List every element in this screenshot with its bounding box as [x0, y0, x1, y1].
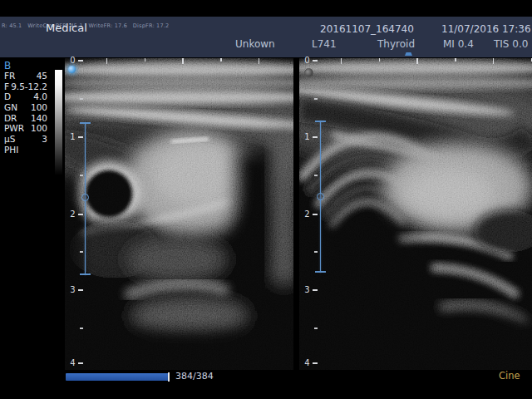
measurement-caliper-right[interactable]: [315, 121, 326, 273]
image-pane-left[interactable]: 0 1 2 3 4: [65, 58, 293, 370]
ultrasound-image-left[interactable]: [65, 58, 293, 370]
param-row: GN100: [2, 102, 49, 113]
parameter-list: FR45 F9.5-12.2 D4.0 GN100 DR140 PWR100 µ…: [2, 71, 49, 155]
mode-indicator: B: [4, 60, 11, 71]
cine-cursor[interactable]: [168, 372, 170, 382]
param-row: F9.5-12.2: [2, 81, 49, 92]
cine-progress-bar[interactable]: [66, 373, 169, 381]
param-row: PHI: [2, 145, 49, 155]
param-row: DR140: [2, 113, 49, 124]
cine-mode-label: Cine: [499, 370, 520, 382]
tis-value: TIS 0.0: [494, 38, 528, 50]
facility-label: Medical: [46, 22, 87, 34]
ultrasound-image-right[interactable]: [299, 58, 532, 370]
mi-value: MI 0.4: [443, 38, 474, 50]
param-row: PWR100: [2, 123, 49, 134]
caliper-end-mark[interactable]: [80, 273, 91, 275]
caliper-cursor[interactable]: [81, 194, 89, 201]
param-row: FR45: [2, 71, 49, 81]
patient-name: Unkown: [235, 38, 275, 50]
param-row: µS3: [2, 134, 49, 145]
caliper-end-mark[interactable]: [315, 271, 326, 273]
ultrasound-screen: R: 45.1 WriteCineBFR: 45.1 WriteFR: 17.6…: [0, 0, 532, 399]
image-pane-right[interactable]: 0 1 2 3 4: [299, 58, 532, 370]
param-row: D4.0: [2, 91, 49, 102]
preset-label: Thyroid: [377, 38, 415, 50]
probe-label: L741: [312, 38, 337, 50]
cine-frame-counter: 384/384: [175, 371, 214, 382]
orientation-marker-active: [68, 66, 76, 73]
grayscale-map-bar: [55, 70, 62, 175]
header-bar: R: 45.1 WriteCineBFR: 45.1 WriteFR: 17.6…: [0, 17, 532, 57]
exam-id: 20161107_164740: [320, 23, 414, 35]
orientation-marker-inactive: [304, 68, 313, 77]
caliper-cursor[interactable]: [317, 193, 324, 200]
measurement-caliper-left[interactable]: [80, 122, 91, 275]
datetime-label: 11/07/2016 17:36: [441, 23, 531, 35]
